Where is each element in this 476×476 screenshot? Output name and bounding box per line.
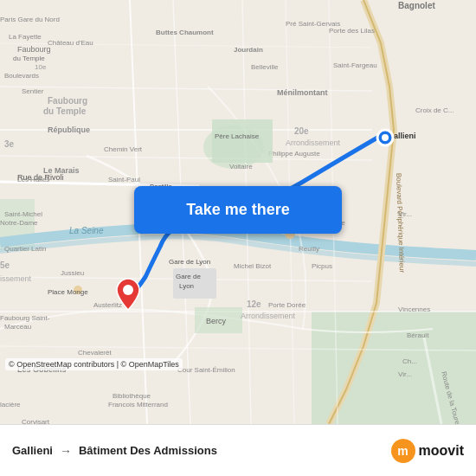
svg-text:Cour Saint-Émilion: Cour Saint-Émilion [177, 366, 235, 374]
svg-text:Paris Gare du Nord: Paris Gare du Nord [0, 16, 60, 23]
svg-text:Croix de C...: Croix de C... [415, 106, 453, 114]
svg-text:Les Halles: Les Halles [17, 176, 49, 183]
svg-text:Arrondissement: Arrondissement [286, 138, 341, 147]
svg-text:du Temple: du Temple [13, 55, 45, 62]
svg-text:Boulevards: Boulevards [4, 72, 39, 80]
svg-text:issement: issement [0, 274, 32, 283]
svg-text:Bercy: Bercy [206, 317, 227, 325]
svg-text:Quartier Latin: Quartier Latin [4, 245, 46, 253]
svg-text:Jussieu: Jussieu [61, 269, 84, 277]
svg-text:La Fayette: La Fayette [9, 33, 42, 41]
bottom-bar: Gallieni → Bâtiment Des Admissions m moo… [0, 424, 476, 476]
moovit-logo: m moovit [391, 439, 464, 463]
moovit-wordmark: moovit [419, 443, 464, 459]
svg-text:Gare de Lyon: Gare de Lyon [169, 258, 210, 266]
svg-text:République: République [48, 125, 90, 134]
origin-pin [376, 128, 393, 145]
svg-text:Ch...: Ch... [402, 357, 417, 365]
svg-text:Notre-Dame: Notre-Dame [0, 219, 38, 227]
svg-text:5e: 5e [0, 261, 10, 270]
svg-text:Gare de: Gare de [176, 273, 201, 280]
svg-text:Picpus: Picpus [312, 262, 332, 270]
svg-text:Chemin Vert: Chemin Vert [104, 145, 143, 153]
svg-text:Bérault: Bérault [407, 331, 429, 339]
svg-text:Porte Dorée: Porte Dorée [268, 301, 306, 309]
svg-text:Michel Bizot: Michel Bizot [234, 262, 272, 270]
svg-text:lacière: lacière [0, 401, 21, 408]
svg-text:Porte des Lilas: Porte des Lilas [329, 27, 375, 35]
svg-text:du Temple: du Temple [43, 106, 87, 116]
svg-text:Place Monge: Place Monge [48, 288, 88, 296]
svg-text:Faubourg Saint-: Faubourg Saint- [0, 314, 50, 322]
svg-text:Bagnolet: Bagnolet [398, 1, 435, 10]
button-label: Take me there [186, 201, 290, 219]
svg-rect-67 [212, 119, 273, 163]
svg-text:3e: 3e [4, 139, 15, 149]
svg-text:Vir...: Vir... [398, 210, 412, 218]
svg-text:Saint-Paul: Saint-Paul [108, 176, 140, 183]
svg-text:Jourdain: Jourdain [234, 46, 263, 54]
svg-point-96 [123, 285, 133, 295]
svg-text:Faubourg: Faubourg [48, 96, 87, 106]
take-me-there-button[interactable]: Take me there [134, 186, 342, 234]
moovit-icon: m [391, 439, 415, 463]
from-label: Gallieni [12, 444, 53, 457]
svg-text:Vir...: Vir... [398, 370, 412, 378]
svg-text:Chevalerèt: Chevalerèt [78, 349, 112, 357]
svg-text:10e: 10e [35, 63, 47, 71]
svg-text:Père Lachaise: Père Lachaise [215, 132, 260, 140]
svg-text:Buttes Chaumont: Buttes Chaumont [156, 29, 214, 36]
destination-pin [115, 277, 143, 312]
svg-text:Vincennes: Vincennes [398, 306, 430, 313]
svg-text:Arrondissement: Arrondissement [241, 312, 296, 320]
svg-text:Marceau: Marceau [4, 323, 31, 331]
svg-text:Saint-Fargeau: Saint-Fargeau [333, 61, 377, 69]
svg-text:Sentier: Sentier [22, 87, 44, 95]
to-label: Bâtiment Des Admissions [79, 444, 217, 457]
svg-text:Reuilly: Reuilly [299, 245, 319, 253]
svg-text:Lyon: Lyon [179, 282, 194, 290]
svg-text:Francois Mitterrand: Francois Mitterrand [108, 401, 168, 408]
svg-text:Belleville: Belleville [251, 63, 279, 71]
svg-text:20e: 20e [294, 126, 309, 136]
svg-text:Faubourg: Faubourg [17, 45, 51, 54]
svg-text:12e: 12e [247, 299, 261, 309]
svg-point-95 [382, 134, 389, 141]
svg-text:Bibliothèque: Bibliothèque [113, 392, 151, 400]
svg-text:Château d'Eau: Château d'Eau [48, 39, 93, 47]
svg-text:Voltaire: Voltaire [229, 163, 253, 170]
direction-arrow: → [60, 444, 72, 458]
svg-text:La Seine: La Seine [69, 226, 104, 235]
svg-text:Le Marais: Le Marais [43, 166, 80, 175]
svg-text:Saint-Michel: Saint-Michel [4, 210, 42, 218]
svg-text:Corvisart: Corvisart [22, 418, 50, 424]
svg-text:Ménilmontant: Ménilmontant [277, 88, 328, 97]
map-container: Boulevard Périphérique Intérieur Rue de … [0, 0, 476, 424]
svg-text:Philippe Auguste: Philippe Auguste [268, 150, 320, 158]
map-attribution: © OpenStreetMap contributors | © OpenMap… [5, 358, 183, 370]
